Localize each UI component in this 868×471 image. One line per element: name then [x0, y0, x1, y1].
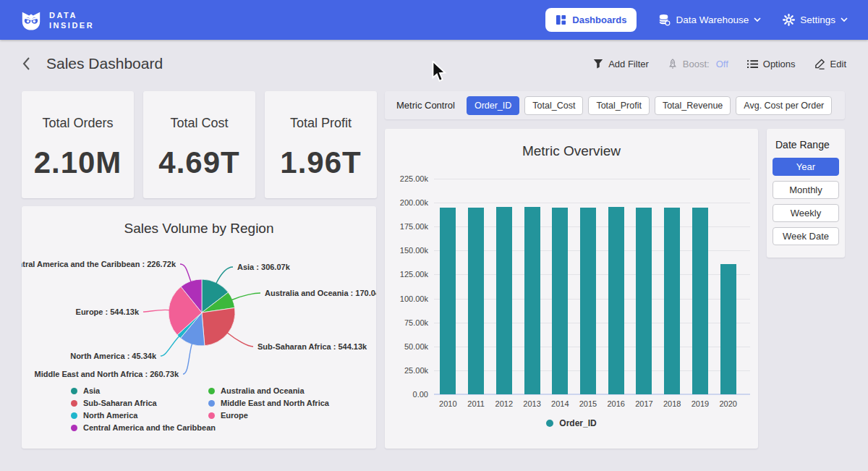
back-button[interactable] [22, 56, 30, 71]
legend-label: Australia and Oceania [221, 386, 305, 395]
bar-2016[interactable] [608, 207, 624, 394]
pie-legend-col1: AsiaSub-Saharan AfricaNorth AmericaCentr… [71, 386, 216, 436]
bar-2019[interactable] [692, 208, 708, 394]
database-icon [658, 14, 671, 26]
kpi-value: 4.69T [143, 145, 255, 180]
metric-option-avg-cost-per-order[interactable]: Avg. Cost per Order [736, 96, 832, 115]
pie-label-sub-saharan-africa: Sub-Saharan Africa : 544.13k [258, 342, 367, 351]
nav-dashboards-label: Dashboards [572, 14, 626, 25]
nav-dashboards-button[interactable]: Dashboards [545, 8, 637, 32]
nav-data-warehouse[interactable]: Data Warehouse [658, 14, 761, 26]
bar-plot: 0.0025.00k50.00k75.00k100.00k125.00k150.… [385, 129, 758, 449]
metric-overview-chart-card: Metric Overview 0.0025.00k50.00k75.00k10… [385, 129, 758, 449]
legend-item-australia-and-oceania[interactable]: Australia and Oceania [208, 386, 329, 395]
x-axis-tick: 2012 [490, 399, 519, 408]
pie-callout-line [183, 344, 192, 374]
gridline [434, 203, 750, 203]
x-axis-tick: 2020 [714, 399, 743, 408]
legend-dot [71, 412, 77, 419]
metric-option-total-profit[interactable]: Total_Profit [588, 96, 650, 115]
legend-dot [208, 388, 215, 394]
chevron-down-icon [754, 17, 761, 22]
legend-item-europe[interactable]: Europe [208, 411, 329, 420]
metric-options: Order_IDTotal_CostTotal_ProfitTotal_Reve… [467, 96, 832, 115]
metric-control-label: Metric Control [396, 100, 455, 111]
y-axis-tick: 75.00k [385, 318, 428, 327]
y-axis-tick: 0.00 [385, 390, 428, 399]
metric-option-total-cost[interactable]: Total_Cost [524, 96, 583, 115]
bar-chart-legend[interactable]: Order_ID [385, 418, 758, 428]
x-axis-tick: 2013 [518, 399, 547, 408]
y-axis-tick: 175.00k [385, 222, 428, 231]
sales-dashboard-page: DATA INSIDER Dashboards [0, 0, 868, 471]
legend-item-central-america-and-the-caribbean[interactable]: Central America and the Caribbean [71, 423, 216, 432]
kpi-card-total-orders: Total Orders 2.10M [22, 91, 134, 198]
brand-name: DATA INSIDER [49, 10, 94, 30]
legend-dot [71, 400, 77, 407]
date-range-year[interactable]: Year [773, 158, 839, 176]
options-label: Options [763, 59, 796, 69]
brand-logo[interactable]: DATA INSIDER [20, 9, 94, 31]
x-axis-tick: 2011 [461, 399, 490, 408]
legend-item-middle-east-and-north-africa[interactable]: Middle East and North Africa [208, 399, 329, 407]
metric-option-order-id[interactable]: Order_ID [467, 96, 519, 115]
bar-2012[interactable] [496, 207, 512, 394]
legend-item-sub-saharan-africa[interactable]: Sub-Saharan Africa [71, 399, 216, 407]
boost-toggle[interactable]: Boost: Off [668, 59, 728, 69]
nav-warehouse-label: Data Warehouse [676, 14, 749, 25]
kpi-card-total-profit: Total Profit 1.96T [265, 91, 377, 198]
pie-callout-line [227, 333, 253, 347]
owl-logo-icon [20, 9, 42, 31]
kpi-label: Total Cost [143, 116, 255, 131]
x-axis-tick: 2010 [433, 399, 462, 408]
legend-dot [71, 388, 77, 394]
kpi-label: Total Profit [265, 116, 377, 131]
gridline [434, 179, 750, 179]
edit-button[interactable]: Edit [814, 59, 846, 69]
date-range-monthly[interactable]: Monthly [773, 181, 839, 199]
bar-2018[interactable] [664, 208, 680, 394]
gear-icon [783, 14, 795, 26]
pie-slice-sub-saharan-africa[interactable] [202, 307, 235, 345]
y-axis-tick: 100.00k [385, 294, 428, 303]
dashboards-grid-icon [556, 14, 566, 25]
chevron-down-icon [841, 17, 848, 22]
date-range-weekly[interactable]: Weekly [773, 204, 839, 222]
y-axis-tick: 50.00k [385, 342, 428, 351]
y-axis-tick: 225.00k [385, 174, 428, 183]
bar-2017[interactable] [636, 208, 652, 394]
dashboard-header: Sales Dashboard Add Filter Boost: Off [0, 40, 868, 88]
nav-settings[interactable]: Settings [783, 14, 848, 26]
y-axis-tick: 25.00k [385, 366, 428, 375]
options-button[interactable]: Options [747, 59, 796, 69]
bar-2014[interactable] [552, 208, 568, 394]
bar-2013[interactable] [524, 207, 540, 394]
kpi-label: Total Orders [22, 116, 134, 131]
pie-callout-line [180, 264, 191, 282]
legend-label: Europe [221, 411, 248, 420]
legend-dot [546, 420, 553, 427]
metric-option-total-revenue[interactable]: Total_Revenue [655, 96, 731, 115]
rocket-icon [668, 59, 678, 69]
x-axis-tick: 2019 [686, 399, 715, 408]
legend-label: Middle East and North Africa [221, 399, 329, 407]
bar-2020[interactable] [720, 264, 736, 394]
pie-callout-line [161, 336, 179, 357]
kpi-value: 1.96T [265, 145, 377, 180]
x-axis-tick: 2018 [658, 399, 686, 408]
legend-dot [208, 412, 215, 419]
legend-item-asia[interactable]: Asia [71, 386, 216, 395]
legend-dot [71, 425, 77, 431]
pie-label-australia-and-oceania: Australia and Oceania : 170.04k [265, 289, 376, 297]
add-filter-button[interactable]: Add Filter [593, 59, 649, 69]
pie-legend-col2: Australia and OceaniaMiddle East and Nor… [208, 386, 329, 423]
legend-item-north-america[interactable]: North America [71, 411, 216, 420]
legend-label: Central America and the Caribbean [83, 423, 216, 432]
bar-2011[interactable] [468, 208, 484, 394]
pie-label-central-america-and-the-caribbean: Central America and the Caribbean : 226.… [22, 260, 176, 268]
bar-2015[interactable] [580, 208, 596, 394]
date-range-week-date[interactable]: Week Date [773, 227, 839, 245]
pie-callout-line [232, 293, 261, 300]
pie-label-north-america: North America : 45.34k [70, 352, 157, 360]
bar-2010[interactable] [440, 208, 456, 394]
